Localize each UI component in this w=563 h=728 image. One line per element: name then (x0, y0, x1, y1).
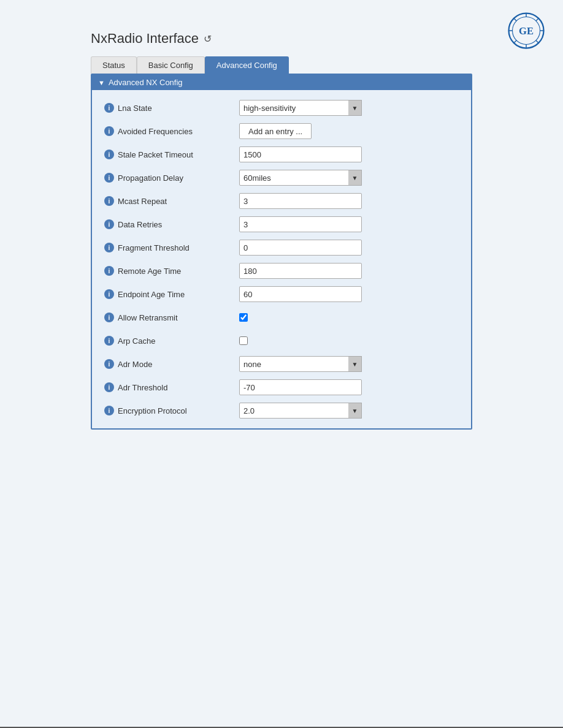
stale-packet-timeout-info-icon[interactable]: i (104, 150, 114, 159)
adr-threshold-row: i Adr Threshold (92, 376, 471, 399)
remote-age-time-label-group: i Remote Age Time (104, 266, 239, 276)
arp-cache-info-icon[interactable]: i (104, 336, 114, 346)
adr-mode-row: i Adr Mode none auto ▼ (92, 352, 471, 376)
encryption-protocol-select[interactable]: 2.0 1.0 (239, 403, 362, 419)
allow-retransmit-checkbox[interactable] (239, 313, 248, 322)
ge-logo-icon: GE (508, 12, 545, 49)
data-retries-info-icon[interactable]: i (104, 219, 114, 229)
page-title: NxRadio Interface ↺ (91, 31, 563, 47)
lna-state-info-icon[interactable]: i (104, 103, 114, 113)
lna-state-select[interactable]: high-sensitivity low-sensitivity (239, 100, 362, 116)
avoided-frequencies-label-group: i Avoided Frequencies (104, 126, 239, 136)
svg-line-10 (514, 40, 517, 44)
lna-state-label-group: i Lna State (104, 103, 239, 113)
avoided-frequencies-row: i Avoided Frequencies Add an entry ... (92, 119, 471, 143)
endpoint-age-time-label-group: i Endpoint Age Time (104, 289, 239, 299)
adr-threshold-label-group: i Adr Threshold (104, 382, 239, 392)
mcast-repeat-input[interactable] (239, 193, 362, 209)
encryption-protocol-label-group: i Encryption Protocol (104, 406, 239, 415)
propagation-delay-label: Propagation Delay (118, 173, 183, 183)
avoided-frequencies-label: Avoided Frequencies (118, 127, 193, 136)
panel-header: ▼ Advanced NX Config (92, 75, 471, 90)
panel-collapse-arrow[interactable]: ▼ (98, 79, 105, 86)
refresh-icon[interactable]: ↺ (204, 33, 212, 45)
endpoint-age-time-input[interactable] (239, 286, 362, 302)
mcast-repeat-label: Mcast Repeat (118, 197, 167, 206)
fragment-threshold-label: Fragment Threshold (118, 243, 190, 252)
remote-age-time-info-icon[interactable]: i (104, 266, 114, 276)
remote-age-time-label: Remote Age Time (118, 267, 181, 276)
stale-packet-timeout-input[interactable] (239, 146, 362, 162)
data-retries-label: Data Retries (118, 220, 162, 229)
encryption-protocol-info-icon[interactable]: i (104, 406, 114, 415)
arp-cache-label: Arp Cache (118, 336, 155, 346)
stale-packet-timeout-row: i Stale Packet Timeout (92, 143, 471, 166)
add-entry-button[interactable]: Add an entry ... (239, 123, 312, 139)
adr-mode-select[interactable]: none auto (239, 356, 362, 372)
panel-title: Advanced NX Config (109, 78, 183, 87)
adr-mode-select-wrapper: none auto ▼ (239, 356, 362, 372)
propagation-delay-select[interactable]: 60miles 30miles 15miles (239, 170, 362, 186)
lna-state-row: i Lna State high-sensitivity low-sensiti… (92, 96, 471, 119)
lna-state-select-wrapper: high-sensitivity low-sensitivity ▼ (239, 100, 362, 116)
svg-line-9 (536, 18, 539, 21)
advanced-nx-config-panel: ▼ Advanced NX Config i Lna State high-se… (91, 74, 472, 430)
arp-cache-label-group: i Arp Cache (104, 336, 239, 346)
lna-state-label: Lna State (118, 104, 152, 113)
tab-basic-config[interactable]: Basic Config (137, 56, 205, 74)
arp-cache-row: i Arp Cache (92, 329, 471, 352)
propagation-delay-label-group: i Propagation Delay (104, 173, 239, 183)
endpoint-age-time-info-icon[interactable]: i (104, 289, 114, 299)
remote-age-time-input[interactable] (239, 263, 362, 279)
stale-packet-timeout-label-group: i Stale Packet Timeout (104, 150, 239, 159)
adr-mode-label-group: i Adr Mode (104, 359, 239, 369)
avoided-frequencies-info-icon[interactable]: i (104, 126, 114, 136)
propagation-delay-row: i Propagation Delay 60miles 30miles 15mi… (92, 166, 471, 189)
svg-text:GE: GE (519, 25, 534, 37)
mcast-repeat-info-icon[interactable]: i (104, 196, 114, 206)
data-retries-row: i Data Retries (92, 213, 471, 236)
adr-threshold-info-icon[interactable]: i (104, 382, 114, 392)
adr-threshold-input[interactable] (239, 379, 362, 395)
mcast-repeat-row: i Mcast Repeat (92, 189, 471, 213)
endpoint-age-time-label: Endpoint Age Time (118, 290, 185, 299)
stale-packet-timeout-label: Stale Packet Timeout (118, 150, 193, 159)
mcast-repeat-label-group: i Mcast Repeat (104, 196, 239, 206)
tab-advanced-config[interactable]: Advanced Config (205, 56, 289, 74)
encryption-protocol-row: i Encryption Protocol 2.0 1.0 ▼ (92, 399, 471, 422)
adr-threshold-label: Adr Threshold (118, 383, 167, 392)
endpoint-age-time-row: i Endpoint Age Time (92, 282, 471, 306)
allow-retransmit-label: Allow Retransmit (118, 313, 178, 322)
fragment-threshold-row: i Fragment Threshold (92, 236, 471, 259)
adr-mode-label: Adr Mode (118, 360, 152, 369)
allow-retransmit-row: i Allow Retransmit (92, 306, 471, 329)
page-title-text: NxRadio Interface (91, 31, 199, 47)
allow-retransmit-label-group: i Allow Retransmit (104, 313, 239, 322)
fragment-threshold-input[interactable] (239, 240, 362, 256)
svg-line-8 (536, 40, 539, 44)
page-wrapper: GE NxRadio Interface ↺ Status Basic Conf… (0, 0, 563, 728)
data-retries-label-group: i Data Retries (104, 219, 239, 229)
fragment-threshold-info-icon[interactable]: i (104, 243, 114, 252)
allow-retransmit-info-icon[interactable]: i (104, 313, 114, 322)
encryption-protocol-label: Encryption Protocol (118, 406, 187, 415)
data-retries-input[interactable] (239, 216, 362, 232)
svg-line-7 (514, 18, 517, 21)
fragment-threshold-label-group: i Fragment Threshold (104, 243, 239, 252)
adr-mode-info-icon[interactable]: i (104, 359, 114, 369)
encryption-protocol-select-wrapper: 2.0 1.0 ▼ (239, 403, 362, 419)
tab-status[interactable]: Status (91, 56, 137, 74)
remote-age-time-row: i Remote Age Time (92, 259, 471, 282)
ge-logo-container: GE (508, 12, 545, 49)
propagation-delay-info-icon[interactable]: i (104, 173, 114, 183)
propagation-delay-select-wrapper: 60miles 30miles 15miles ▼ (239, 170, 362, 186)
arp-cache-checkbox[interactable] (239, 336, 248, 345)
panel-body: i Lna State high-sensitivity low-sensiti… (92, 90, 471, 428)
tabs-row: Status Basic Config Advanced Config (91, 56, 563, 74)
